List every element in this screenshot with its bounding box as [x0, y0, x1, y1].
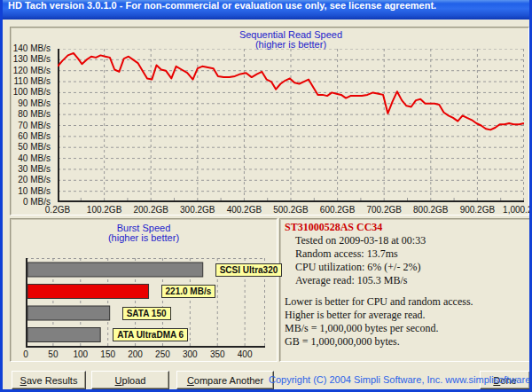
- tested-on-line: Tested on 2009-03-18 at 00:33: [295, 234, 426, 247]
- burst-x-tick: 100: [67, 349, 94, 359]
- save-results-button[interactable]: Save Results: [12, 371, 86, 389]
- seq-y-tick: 50 MB/s: [4, 142, 51, 152]
- burst-x-tick: 350: [204, 349, 231, 359]
- seq-y-tick: 30 MB/s: [4, 164, 51, 174]
- burst-x-tick: 250: [149, 349, 176, 359]
- note-line-3: MB/s = 1,000,000 bytes per second.: [285, 322, 438, 335]
- copyright-text: Copyright (C) 2004 Simpli Software, Inc.…: [269, 374, 474, 385]
- burst-bar-label: ATA UltraDMA 6: [113, 328, 188, 341]
- seq-y-tick: 80 MB/s: [4, 109, 51, 119]
- upload-results-button[interactable]: Upload Results: [91, 371, 169, 389]
- average-read-line: Average read: 105.3 MB/s: [295, 274, 407, 287]
- burst-x-tick: 300: [176, 349, 203, 359]
- title-bar[interactable]: HD Tach version 3.0.1.0 - For non-commer…: [3, 0, 529, 20]
- cpu-utilization-line: CPU utilization: 6% (+/- 2%): [295, 261, 420, 274]
- seq-y-tick: 70 MB/s: [4, 121, 51, 130]
- sequential-read-chart: [58, 49, 524, 202]
- seq-y-tick: 110 MB/s: [4, 76, 51, 86]
- burst-x-tick: 50: [40, 349, 66, 359]
- seq-y-tick: 120 MB/s: [4, 66, 51, 75]
- seq-x-tick: 1,000.2GB: [496, 205, 532, 215]
- compare-drive-button[interactable]: Compare Another Drive: [176, 371, 274, 389]
- seq-y-tick: 60 MB/s: [4, 131, 51, 141]
- burst-chart-subtitle: (higher is better): [10, 232, 278, 243]
- burst-x-tick: 0: [12, 349, 39, 359]
- hd-tach-window: HD Tach version 3.0.1.0 - For non-commer…: [0, 0, 532, 392]
- seq-y-tick: 10 MB/s: [4, 186, 51, 196]
- burst-bar-label: 221.0 MB/s: [161, 285, 216, 298]
- window-title: HD Tach version 3.0.1.0 - For non-commer…: [8, 0, 436, 11]
- seq-y-tick: 140 MB/s: [4, 43, 51, 53]
- note-line-1: Lower is better for CPU and random acces…: [285, 295, 473, 309]
- burst-x-tick: 200: [122, 349, 149, 359]
- random-access-line: Random access: 13.7ms: [295, 247, 398, 261]
- seq-y-tick: 20 MB/s: [4, 175, 51, 184]
- seq-y-tick: 130 MB/s: [4, 54, 51, 64]
- burst-bar-label: SCSI Ultra320: [215, 263, 283, 277]
- seq-y-tick: 90 MB/s: [4, 98, 51, 108]
- note-line-2: Higher is better for average read.: [285, 309, 426, 322]
- seq-y-tick: 40 MB/s: [4, 153, 51, 163]
- seq-y-tick: 100 MB/s: [4, 87, 51, 97]
- note-line-4: GB = 1,000,000,000 bytes.: [285, 335, 400, 349]
- burst-x-tick: 400: [231, 349, 258, 359]
- burst-x-tick: 150: [95, 349, 121, 359]
- drive-name: ST31000528AS CC34: [285, 221, 382, 234]
- burst-bar-label: SATA 150: [122, 307, 171, 320]
